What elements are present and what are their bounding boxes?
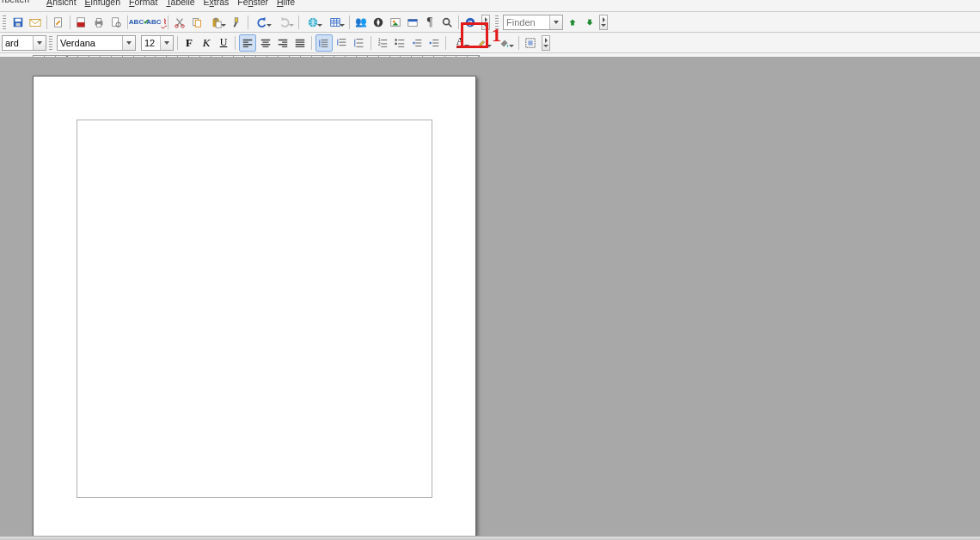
menu-edit[interactable]: rbeiten [2,0,38,6]
menu-format[interactable]: Format [129,0,157,6]
auto-spellcheck-button[interactable]: ABC ⌇ [149,15,164,30]
svg-rect-45 [528,40,532,45]
align-justify-button[interactable] [292,35,308,51]
font-name-value: Verdana [60,38,95,48]
svg-marker-35 [570,19,576,25]
toolbar-formatting-overflow[interactable] [542,35,550,51]
svg-rect-17 [214,17,217,20]
find-replace-button[interactable]: 👥 [353,15,369,30]
navigator-button[interactable] [371,15,386,30]
print-button[interactable] [91,15,107,30]
format-paintbrush-button[interactable] [229,15,244,30]
svg-rect-19 [235,17,238,21]
annotation-label-1: 1 [492,24,501,46]
toolbar-formatting: ard Verdana 12 F K U 12 [0,33,980,53]
undo-button[interactable] [252,15,273,30]
svg-point-40 [395,42,397,45]
svg-point-27 [393,20,395,22]
spellcheck-button[interactable]: ABC✔ [132,15,147,30]
line-spacing-1-button[interactable] [315,34,333,52]
svg-rect-6 [77,22,85,27]
print-preview-button[interactable] [108,15,124,30]
align-center-button[interactable] [258,35,273,51]
menu-help[interactable]: Hilfe [277,0,295,6]
bullet-list-button[interactable] [392,35,407,51]
text-frame[interactable] [77,120,432,498]
svg-rect-18 [216,21,221,28]
underline-button[interactable]: U [216,35,231,51]
menubar: rbeiten Ansicht Einfügen Format Tabelle … [0,0,980,12]
nonprinting-chars-button[interactable]: ¶ [422,15,438,30]
svg-line-32 [449,23,452,27]
cut-button[interactable] [172,15,187,30]
align-left-button[interactable] [239,34,256,52]
svg-point-39 [395,39,397,41]
statusbar-edge [0,536,980,540]
svg-rect-23 [331,18,340,26]
paragraph-style-value: ard [5,38,19,48]
find-prev-button[interactable] [582,15,597,30]
find-placeholder: Finden [506,17,536,28]
menu-table[interactable]: Tabelle [166,0,194,6]
document-workarea [0,57,980,537]
copy-button[interactable] [189,15,205,30]
svg-point-31 [444,18,450,24]
svg-rect-8 [96,18,101,21]
svg-rect-10 [113,17,119,26]
align-right-button[interactable] [275,35,291,51]
formatting-grip[interactable] [49,36,52,50]
data-sources-button[interactable] [405,15,420,30]
zoom-button[interactable] [439,15,455,30]
find-next-button[interactable] [565,15,580,30]
find-combobox-arrow[interactable] [549,15,562,29]
svg-marker-41 [413,41,415,45]
italic-button[interactable]: K [199,35,214,51]
increase-indent-button[interactable] [426,35,442,51]
bold-button[interactable]: F [181,35,197,51]
decrease-indent-button[interactable] [409,35,425,51]
svg-rect-1 [15,18,21,21]
document-page[interactable] [33,76,476,537]
menu-window[interactable]: Fenster [237,0,268,6]
mail-button[interactable] [28,15,43,30]
font-size-combobox[interactable]: 12 [141,35,174,51]
svg-rect-9 [96,23,101,27]
line-spacing-2-button[interactable] [352,35,367,51]
svg-text:2: 2 [378,40,381,46]
font-size-arrow[interactable] [160,36,173,50]
redo-button[interactable] [274,15,295,30]
svg-marker-36 [587,19,593,25]
annotation-box-1 [461,22,488,48]
font-name-arrow[interactable] [122,36,135,50]
menu-extras[interactable]: Extras [204,0,230,6]
numbered-list-button[interactable]: 12 [375,35,390,51]
gallery-button[interactable] [388,15,403,30]
svg-rect-30 [408,19,418,21]
menu-view[interactable]: Ansicht [46,0,76,6]
toolbar-standard: ABC✔ ABC ⌇ 👥 ¶ ? [0,12,980,33]
find-toolbar-overflow[interactable] [599,15,608,30]
toolbar-grip[interactable] [3,15,6,29]
menu-insert[interactable]: Einfügen [85,0,120,6]
insert-table-button[interactable] [325,15,346,30]
svg-marker-42 [430,41,432,45]
find-combobox[interactable]: Finden [503,15,563,30]
font-size-value: 12 [144,38,155,48]
font-name-combobox[interactable]: Verdana [57,35,136,51]
edit-doc-button[interactable] [51,15,66,30]
save-button[interactable] [10,15,26,30]
paste-button[interactable] [206,15,227,30]
select-all-button[interactable] [523,35,538,51]
paragraph-style-arrow[interactable] [33,36,46,50]
svg-rect-15 [195,20,200,27]
insert-hyperlink-button[interactable] [303,15,323,30]
paragraph-style-combobox[interactable]: ard [2,35,46,51]
svg-rect-2 [15,22,20,26]
line-spacing-15-button[interactable] [334,35,350,51]
export-pdf-button[interactable] [74,15,89,30]
